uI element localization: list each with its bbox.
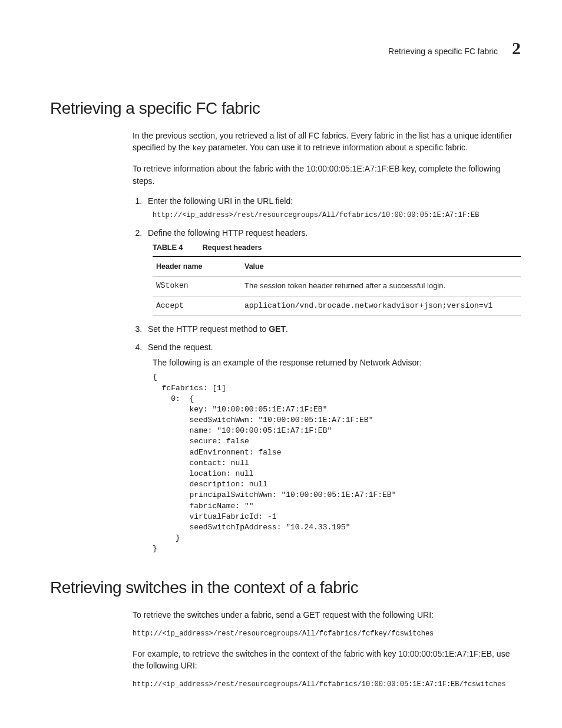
col-header-value: Value [241,256,521,276]
running-header: Retrieving a specific FC fabric 2 [50,35,521,61]
table-header-row: Header name Value [153,256,521,276]
step-1: Enter the following URI in the URL field… [144,195,521,221]
step-4-before-code: The following is an example of the respo… [153,357,521,368]
chapter-number: 2 [512,35,521,61]
section-body: In the previous section, you retrieved a… [133,130,521,554]
section-heading-retrieving-switches: Retrieving switches in the context of a … [50,576,521,600]
intro-key-literal: key [192,144,206,153]
section2-p2: For example, to retrieve the switches in… [133,648,521,672]
intro-text-post: parameter. You can use it to retrieve in… [206,143,468,152]
header-name-cell: WStoken [153,276,241,296]
header-name-cell: Accept [153,296,241,316]
section-heading-retrieving-fabric: Retrieving a specific FC fabric [50,97,521,121]
section2-body: To retrieve the switches under a fabric,… [133,609,521,690]
section2-uri2: http://<ip_address>/rest/resourcegroups/… [133,680,521,690]
step-2: Define the following HTTP request header… [144,227,521,317]
step-4-text: Send the request. [148,342,213,352]
step-1-text: Enter the following URI in the URL field… [148,196,293,206]
step-3-pre: Set the HTTP request method to [148,324,269,334]
header-value-cell: application/vnd.brocade.networkadvisor+j… [241,296,521,316]
step-4: Send the request. The following is an ex… [144,341,521,555]
steps-list: Enter the following URI in the URL field… [133,195,521,555]
section2-p1: To retrieve the switches under a fabric,… [133,609,521,621]
intro-paragraph: In the previous section, you retrieved a… [133,130,521,154]
response-code-block: { fcFabrics: [1] 0: { key: "10:00:00:05:… [153,372,521,554]
step-3: Set the HTTP request method to GET. [144,323,521,335]
step-3-post: . [286,324,288,334]
running-header-title: Retrieving a specific FC fabric [388,45,498,57]
col-header-name: Header name [153,256,241,276]
table-row: Accept application/vnd.brocade.networkad… [153,296,521,316]
table-label: TABLE 4 [153,243,183,252]
table-caption: Request headers [203,243,262,252]
section2-uri1: http://<ip_address>/rest/resourcegroups/… [133,629,521,639]
header-value-cell: The session token header returned after … [241,276,521,296]
table-title: TABLE 4 Request headers [153,242,521,253]
step-2-text: Define the following HTTP request header… [148,228,308,238]
step-1-uri: http://<ip_address>/rest/resourcegroups/… [153,210,521,220]
lead-paragraph: To retrieve information about the fabric… [133,163,521,187]
request-headers-table: Header name Value WStoken The session to… [153,256,521,317]
step-3-method: GET [269,324,286,334]
table-row: WStoken The session token header returne… [153,276,521,296]
document-page: Retrieving a specific FC fabric 2 Retrie… [0,0,562,728]
